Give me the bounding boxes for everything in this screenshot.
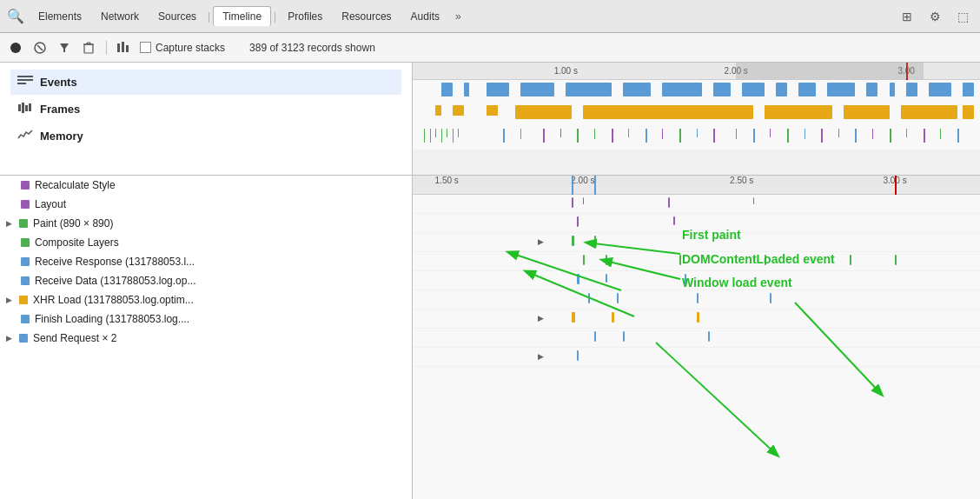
svg-rect-10 <box>17 76 33 77</box>
close-devtools-icon[interactable]: ⬚ <box>952 6 973 27</box>
main-ruler-150s: 1.50 s <box>435 176 459 185</box>
main-ruler-250s: 2.50 s <box>730 176 753 185</box>
composite-color <box>21 238 30 247</box>
nav-sources[interactable]: Sources <box>149 7 205 26</box>
nav-more[interactable]: » <box>450 7 467 26</box>
frames-icon <box>17 101 33 117</box>
clear-button[interactable] <box>31 39 49 57</box>
xhr-playback-icon: ▶ <box>538 314 544 323</box>
sidebar-overview-panel: Events Frames <box>0 63 412 176</box>
composite-label: Composite Layers <box>35 236 119 249</box>
red-marker-main <box>895 176 897 195</box>
timeline-row-receive-response <box>413 271 980 290</box>
sidebar-events[interactable]: Events <box>10 70 401 95</box>
svg-rect-12 <box>17 83 26 84</box>
xhr-color <box>19 296 28 304</box>
selection-overlay <box>736 63 923 79</box>
blue-marker-1 <box>572 176 573 195</box>
nav-elements[interactable]: Elements <box>30 7 90 26</box>
svg-rect-15 <box>25 105 28 111</box>
paint-expand-arrow[interactable]: ▶ <box>3 218 14 229</box>
list-item-send-request[interactable]: ▶ Send Request × 2 <box>0 329 412 348</box>
overview-row-ticks <box>413 125 980 150</box>
nav-profiles[interactable]: Profiles <box>279 7 331 26</box>
list-item-composite-layers[interactable]: Composite Layers <box>0 233 412 252</box>
xhr-label: XHR Load (131788053.log.optim... <box>33 294 194 306</box>
send-request-label: Send Request × 2 <box>33 332 116 344</box>
events-label: Events <box>40 76 77 89</box>
timeline-row-composite <box>413 252 980 271</box>
list-item-xhr-load[interactable]: ▶ XHR Load (131788053.log.optim... <box>0 290 412 309</box>
list-item-receive-response[interactable]: Receive Response (131788053.l... <box>0 252 412 271</box>
finish-loading-color <box>21 315 30 323</box>
receive-data-color <box>21 276 30 285</box>
record-button[interactable] <box>7 39 24 57</box>
paint-label: Paint (890 × 890) <box>33 217 113 230</box>
timeline-overview[interactable]: 1.00 s 2.00 s 3.00 <box>413 63 980 176</box>
recalc-style-label: Recalculate Style <box>35 179 116 191</box>
records-info: 389 of 3123 records shown <box>249 42 375 54</box>
timeline-row-xhr: ▶ <box>413 309 980 329</box>
devtools-dock-icon[interactable]: ⊞ <box>897 6 917 27</box>
svg-rect-13 <box>18 104 21 111</box>
nav-network[interactable]: Network <box>92 7 148 26</box>
memory-icon <box>17 128 33 144</box>
memory-label: Memory <box>40 130 83 143</box>
red-marker-overview <box>906 63 908 80</box>
timeline-overview-ruler: 1.00 s 2.00 s 3.00 <box>413 63 980 80</box>
flame-chart-button[interactable] <box>116 39 133 57</box>
timeline-row-receive-data <box>413 290 980 309</box>
timeline-row-layout <box>413 214 980 233</box>
sidebar-frames[interactable]: Frames <box>10 96 401 122</box>
list-item-finish-loading[interactable]: Finish Loading (131788053.log.... <box>0 309 412 329</box>
svg-rect-7 <box>117 43 120 52</box>
sidebar-memory[interactable]: Memory <box>10 123 401 149</box>
trash-button[interactable] <box>80 39 97 57</box>
list-item-paint[interactable]: ▶ Paint (890 × 890) <box>0 214 412 233</box>
xhr-expand-arrow[interactable]: ▶ <box>3 295 14 305</box>
list-item-recalculate-style[interactable]: Recalculate Style <box>0 176 412 195</box>
layout-color <box>21 200 30 209</box>
timeline-main-ruler: 1.50 s 2.00 s 2.50 s 3.00 s <box>413 176 980 195</box>
svg-marker-3 <box>60 43 69 52</box>
nav-resources[interactable]: Resources <box>333 7 400 26</box>
timeline-row-paint: ▶ <box>413 233 980 252</box>
finish-loading-label: Finish Loading (131788053.log.... <box>35 313 189 325</box>
events-icon <box>17 74 33 90</box>
list-item-layout[interactable]: Layout <box>0 195 412 214</box>
blue-marker-2 <box>594 176 596 195</box>
main-ruler-200s: 2.00 s <box>571 176 594 185</box>
timeline-row-recalc <box>413 195 980 214</box>
svg-rect-9 <box>126 45 129 52</box>
send-request-playback-icon: ▶ <box>538 352 544 361</box>
nav-sep-2: | <box>274 10 276 23</box>
sidebar-list: Recalculate Style Layout ▶ Paint (890 × … <box>0 176 412 499</box>
layout-label: Layout <box>35 198 66 210</box>
nav-right-icons: ⊞ ⚙ ⬚ <box>897 6 973 27</box>
svg-line-2 <box>37 45 43 50</box>
search-icon[interactable]: 🔍 <box>7 8 24 24</box>
send-request-color <box>19 334 28 343</box>
timeline-row-finish-loading <box>413 329 980 348</box>
svg-rect-14 <box>22 103 24 113</box>
filter-button[interactable] <box>56 39 73 57</box>
sidebar-sections: Events Frames <box>0 63 412 156</box>
svg-rect-8 <box>122 42 124 52</box>
timeline-panel: 1.00 s 2.00 s 3.00 <box>413 63 980 499</box>
send-request-expand-arrow[interactable]: ▶ <box>3 333 14 343</box>
svg-rect-6 <box>87 43 90 44</box>
nav-timeline[interactable]: Timeline <box>213 6 271 26</box>
svg-rect-4 <box>84 44 93 53</box>
timeline-row-send-request: ▶ <box>413 348 980 367</box>
svg-rect-16 <box>29 103 31 111</box>
list-item-receive-data[interactable]: Receive Data (131788053.log.op... <box>0 271 412 290</box>
receive-response-color <box>21 257 30 266</box>
nav-audits[interactable]: Audits <box>402 7 448 26</box>
settings-icon[interactable]: ⚙ <box>924 6 945 27</box>
receive-response-label: Receive Response (131788053.l... <box>35 256 195 268</box>
timeline-main[interactable]: 1.50 s 2.00 s 2.50 s 3.00 s <box>413 176 980 499</box>
capture-stacks-checkbox[interactable] <box>140 42 151 53</box>
receive-data-label: Receive Data (131788053.log.op... <box>35 275 195 287</box>
paint-color <box>19 219 28 228</box>
ruler-mark-1s: 1.00 s <box>554 66 578 76</box>
